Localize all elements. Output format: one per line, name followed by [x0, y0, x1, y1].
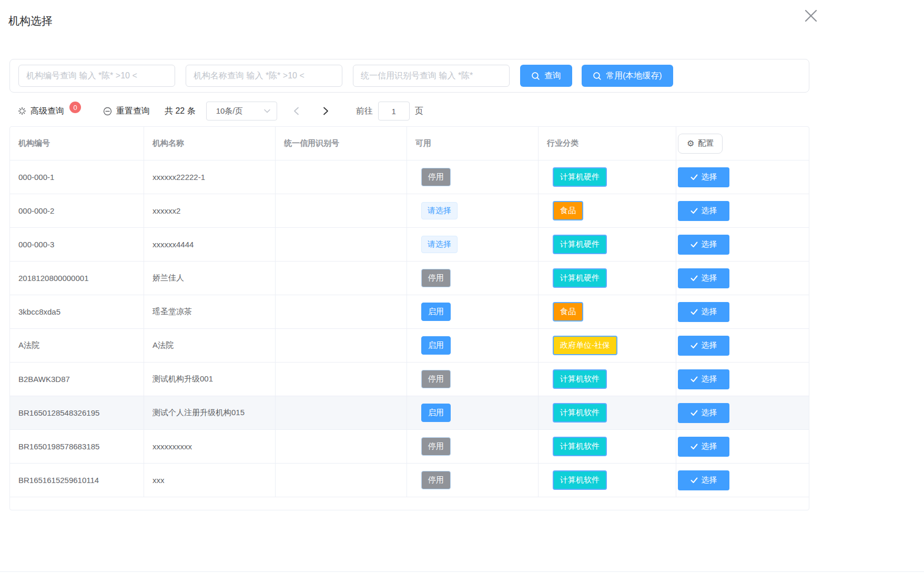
cell-org-code: 2018120800000001: [10, 262, 144, 295]
industry-badge[interactable]: 计算机软件: [553, 437, 607, 456]
cell-org-name: 测试个人注册升级机构015: [144, 396, 276, 429]
dialog-footer-divider: [0, 571, 924, 572]
cell-credit-code: [276, 295, 407, 328]
industry-badge[interactable]: 政府单位-社保: [553, 336, 617, 355]
check-icon: [691, 174, 698, 180]
advanced-query-icon: [18, 107, 26, 115]
select-button[interactable]: 选择: [678, 470, 729, 490]
cell-org-name: xxxxxx22222-1: [144, 160, 276, 194]
cell-credit-code: [276, 430, 407, 463]
select-button-label: 选择: [702, 340, 717, 350]
next-page-button[interactable]: [318, 103, 334, 119]
select-button[interactable]: 选择: [678, 437, 729, 457]
status-badge[interactable]: 停用: [421, 370, 451, 388]
advanced-query-button[interactable]: 高级查询 0: [18, 105, 81, 117]
status-badge[interactable]: 启用: [421, 336, 451, 355]
gear-icon: ⚙: [687, 139, 694, 148]
toolbar: 高级查询 0 重置查询 共 22 条 10条/页 前往 页: [9, 102, 809, 120]
table-row: BR1650198578683185 xxxxxxxxxx 停用 计算机软件 选…: [10, 430, 809, 464]
page-size-select[interactable]: 10条/页: [206, 102, 277, 120]
total-count-text: 共 22 条: [165, 106, 196, 117]
select-button[interactable]: 选择: [678, 369, 729, 389]
select-button[interactable]: 选择: [678, 403, 729, 423]
select-button-label: 选择: [702, 239, 717, 249]
status-badge[interactable]: 停用: [421, 471, 451, 489]
status-badge[interactable]: 停用: [421, 437, 451, 456]
status-badge[interactable]: 停用: [421, 269, 451, 287]
table-row: 2018120800000001 娇兰佳人 停用 计算机硬件 选择: [10, 262, 809, 295]
industry-badge[interactable]: 计算机软件: [553, 403, 607, 423]
select-button-label: 选择: [702, 273, 717, 283]
table-row: 3kbcc8xda5 瑶圣堂凉茶 启用 食品 选择: [10, 295, 809, 329]
goto-page-input[interactable]: [378, 102, 410, 120]
query-button[interactable]: 查询: [520, 65, 572, 87]
industry-badge[interactable]: 计算机软件: [553, 470, 607, 490]
status-badge[interactable]: 停用: [421, 168, 451, 186]
cell-org-name: 瑶圣堂凉茶: [144, 295, 276, 328]
status-badge[interactable]: 启用: [421, 404, 451, 422]
check-icon: [691, 477, 698, 484]
status-badge[interactable]: 请选择: [421, 236, 458, 253]
table-row: BR1650128548326195 测试个人注册升级机构015 启用 计算机软…: [10, 396, 809, 430]
config-button-label: 配置: [698, 138, 714, 148]
header-available: 可用: [407, 127, 539, 160]
org-code-search-input[interactable]: [18, 65, 175, 87]
advanced-query-label: 高级查询: [31, 106, 64, 117]
page-size-value: 10条/页: [216, 106, 243, 116]
cell-credit-code: [276, 194, 407, 227]
config-button[interactable]: ⚙ 配置: [678, 134, 723, 154]
reset-icon: [103, 107, 112, 116]
status-badge[interactable]: 启用: [421, 303, 451, 321]
cell-org-name: xxxxxx4444: [144, 228, 276, 261]
check-icon: [691, 208, 698, 214]
cell-credit-code: [276, 363, 407, 396]
chevron-down-icon: [264, 109, 270, 113]
cell-org-name: A法院: [144, 329, 276, 362]
cell-org-code: BR1650198578683185: [10, 430, 144, 463]
select-button[interactable]: 选择: [678, 336, 729, 356]
check-icon: [691, 444, 698, 450]
select-button[interactable]: 选择: [678, 167, 729, 187]
cell-org-name: 测试机构升级001: [144, 363, 276, 396]
prev-page-button[interactable]: [289, 103, 304, 119]
header-industry: 行业分类: [539, 127, 676, 160]
select-button-label: 选择: [702, 408, 717, 418]
industry-badge[interactable]: 食品: [553, 201, 583, 220]
close-icon[interactable]: [801, 6, 820, 25]
table-row: BR1651615259610114 xxx 停用 计算机软件 选择: [10, 464, 809, 497]
frequently-used-button[interactable]: 常用(本地缓存): [582, 65, 673, 87]
check-icon: [691, 309, 698, 315]
frequently-used-button-label: 常用(本地缓存): [606, 71, 662, 82]
cell-credit-code: [276, 160, 407, 194]
select-button-label: 选择: [702, 475, 717, 485]
status-badge[interactable]: 请选择: [421, 202, 458, 219]
industry-badge[interactable]: 计算机硬件: [553, 167, 607, 187]
credit-code-search-input[interactable]: [353, 65, 510, 87]
cell-org-code: 3kbcc8xda5: [10, 295, 144, 328]
cell-credit-code: [276, 396, 407, 429]
select-button[interactable]: 选择: [678, 302, 729, 322]
organization-table: 机构编号 机构名称 统一信用识别号 可用 行业分类 ⚙ 配置 000-000-1…: [9, 126, 809, 510]
industry-badge[interactable]: 计算机硬件: [553, 235, 607, 254]
check-icon: [691, 376, 698, 383]
industry-badge[interactable]: 食品: [553, 302, 583, 321]
reset-query-label: 重置查询: [116, 106, 150, 117]
search-icon: [593, 72, 602, 81]
select-button[interactable]: 选择: [678, 235, 729, 255]
cell-org-name: xxx: [144, 464, 276, 497]
reset-query-button[interactable]: 重置查询: [103, 106, 150, 117]
header-credit-code: 统一信用识别号: [276, 127, 407, 160]
page-title: 机构选择: [8, 14, 53, 28]
select-button[interactable]: 选择: [678, 201, 729, 221]
advanced-query-count-badge: 0: [69, 102, 81, 113]
select-button[interactable]: 选择: [678, 268, 729, 288]
industry-badge[interactable]: 计算机硬件: [553, 268, 607, 288]
industry-badge[interactable]: 计算机软件: [553, 369, 607, 389]
org-name-search-input[interactable]: [186, 65, 342, 87]
header-org-code: 机构编号: [10, 127, 144, 160]
header-org-name: 机构名称: [144, 127, 276, 160]
cell-credit-code: [276, 329, 407, 362]
cell-org-name: xxxxxx2: [144, 194, 276, 227]
select-button-label: 选择: [702, 441, 717, 451]
cell-credit-code: [276, 228, 407, 261]
